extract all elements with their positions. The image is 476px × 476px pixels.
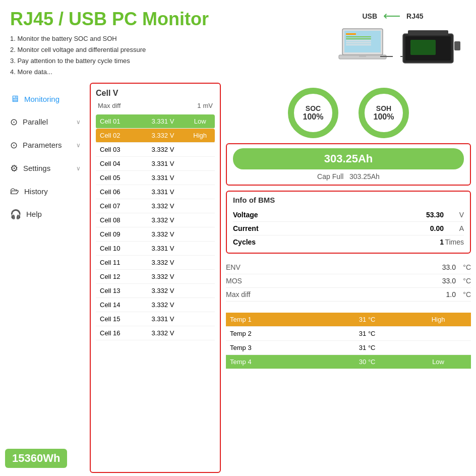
cell-voltage: 3.331 V <box>140 185 185 199</box>
cell-row: Cell 10 3.331 V <box>96 242 215 256</box>
cell-row: Cell 01 3.331 V Low <box>96 114 215 129</box>
env-section: ENV 33.0 °CMOS 33.0 °CMax diff 1.0 °C <box>226 259 471 304</box>
cell-status: High <box>185 129 215 143</box>
soh-gauge: SOH 100% <box>359 88 409 138</box>
cell-voltage: 3.332 V <box>140 227 185 242</box>
gauges-row: SOC 100% SOH 100% <box>226 83 471 138</box>
soc-gauge: SOC 100% <box>288 88 338 138</box>
sidebar-item-history[interactable]: 🗁 History <box>5 180 86 203</box>
cell-name: Cell 02 <box>96 129 140 143</box>
temp-value: 30 °C <box>329 355 405 369</box>
arrow-icon: ⟵ <box>383 9 400 23</box>
temp-name: Temp 1 <box>226 313 329 327</box>
device-images <box>335 26 466 67</box>
max-diff-unit: mV <box>203 102 213 109</box>
soc-label: SOC <box>306 104 321 112</box>
content: Cell V Max diff 1 mV Cell 01 3.331 V Low… <box>90 83 471 473</box>
sidebar-item-parameters[interactable]: ⊙ Parameters ∨ <box>5 134 86 157</box>
cell-voltage: 3.332 V <box>140 326 185 340</box>
temp-status: Low <box>405 355 471 369</box>
cell-status <box>185 227 215 242</box>
env-row-unit: °C <box>456 263 471 271</box>
env-row-label: MOS <box>226 277 426 285</box>
cell-panel: Cell V Max diff 1 mV Cell 01 3.331 V Low… <box>90 83 221 473</box>
cell-name: Cell 14 <box>96 298 140 312</box>
soh-value: 100% <box>374 112 394 122</box>
bullet-item: 1. Monitor the battery SOC and SOH <box>10 33 335 44</box>
cell-name: Cell 09 <box>96 227 140 242</box>
svg-rect-4 <box>346 38 371 39</box>
cell-status <box>185 242 215 256</box>
cell-name: Cell 01 <box>96 114 140 129</box>
cell-table: Cell 01 3.331 V LowCell 02 3.332 V HighC… <box>96 114 215 341</box>
cell-status <box>185 143 215 157</box>
bullet-item: 3. Pay attention to the battery cycle ti… <box>10 55 335 67</box>
temp-row: Temp 4 30 °C Low <box>226 355 471 369</box>
right-panel: SOC 100% SOH 100% 303.25Ah Cap Full <box>226 83 471 473</box>
cell-status <box>185 199 215 213</box>
bms-row: Voltage 53.30 V <box>233 208 464 222</box>
cell-row: Cell 14 3.332 V <box>96 298 215 312</box>
cell-status <box>185 157 215 171</box>
cell-row: Cell 05 3.331 V <box>96 171 215 185</box>
max-diff-row: Max diff 1 mV <box>96 102 215 109</box>
sidebar-chevron-icon: ∨ <box>76 118 81 126</box>
cell-voltage: 3.331 V <box>140 114 185 129</box>
bullet-item: 2. Monitor cell voltage and differential… <box>10 44 335 55</box>
sidebar-item-help[interactable]: 🎧 Help <box>5 203 86 226</box>
sidebar-label: Parameters <box>23 141 62 149</box>
bms-row-value: 53.30 <box>413 211 444 219</box>
env-row-label: ENV <box>226 263 426 271</box>
sidebar-label: Help <box>26 210 42 218</box>
cell-status <box>185 326 215 340</box>
svg-rect-6 <box>346 42 371 43</box>
temp-status <box>405 341 471 355</box>
temp-name: Temp 3 <box>226 341 329 355</box>
temp-row: Temp 3 31 °C <box>226 341 471 355</box>
cell-name: Cell 11 <box>96 256 140 270</box>
cell-voltage: 3.332 V <box>140 213 185 227</box>
sidebar-icon: ⚙ <box>10 163 18 174</box>
cell-voltage: 3.332 V <box>140 256 185 270</box>
cap-full-text: Cap Full 303.25Ah <box>233 172 464 181</box>
connection-labels: USB ⟵ RJ45 <box>362 9 438 23</box>
svg-rect-14 <box>410 40 436 55</box>
laptop-icon <box>335 26 395 67</box>
sidebar-item-settings[interactable]: ⚙ Settings ∨ <box>5 157 86 180</box>
header-bullets: 1. Monitor the battery SOC and SOH2. Mon… <box>10 33 335 78</box>
cell-voltage: 3.332 V <box>140 284 185 298</box>
temp-value: 31 °C <box>329 313 405 327</box>
soh-label: SOH <box>376 104 391 112</box>
cell-voltage: 3.332 V <box>140 199 185 213</box>
cell-status <box>185 312 215 326</box>
cell-name: Cell 06 <box>96 185 140 199</box>
bms-row-unit: V <box>444 211 464 219</box>
sidebar-item-monitoring[interactable]: 🖥 Monitoring <box>5 88 86 110</box>
bms-panel: Info of BMS Voltage 53.30 VCurrent 0.00 … <box>226 191 471 254</box>
cell-row: Cell 12 3.332 V <box>96 270 215 284</box>
cell-row: Cell 16 3.332 V <box>96 326 215 340</box>
cell-voltage: 3.332 V <box>140 143 185 157</box>
cell-voltage: 3.332 V <box>140 270 185 284</box>
cell-voltage: 3.332 V <box>140 298 185 312</box>
svg-rect-12 <box>408 30 448 35</box>
cell-name: Cell 05 <box>96 171 140 185</box>
bms-row-label: Current <box>233 224 413 232</box>
bottom-energy-label: 15360Wh <box>5 449 67 468</box>
bms-row: Cycles 1 Times <box>233 235 464 249</box>
temp-row: Temp 2 31 °C <box>226 327 471 341</box>
temp-name: Temp 2 <box>226 327 329 341</box>
cell-row: Cell 09 3.332 V <box>96 227 215 242</box>
svg-rect-2 <box>346 33 356 35</box>
svg-rect-9 <box>359 55 366 57</box>
header: RJ45 / USB PC Monitor 1. Monitor the bat… <box>0 0 476 83</box>
cell-row: Cell 02 3.332 V High <box>96 129 215 143</box>
sidebar-item-parallel[interactable]: ⊙ Parallel ∨ <box>5 110 86 134</box>
bullet-item: 4. More data... <box>10 67 335 78</box>
cell-voltage: 3.331 V <box>140 171 185 185</box>
cell-status <box>185 298 215 312</box>
svg-rect-3 <box>346 36 371 37</box>
sidebar-label: History <box>24 187 48 196</box>
cell-name: Cell 08 <box>96 213 140 227</box>
cell-name: Cell 12 <box>96 270 140 284</box>
